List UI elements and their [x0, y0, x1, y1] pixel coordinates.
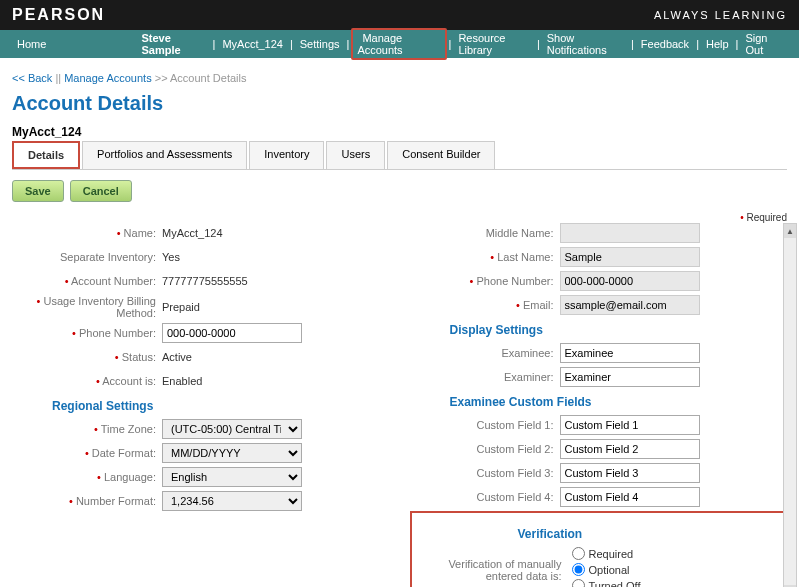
verification-optional[interactable]: Optional — [572, 563, 641, 576]
radio-optional[interactable] — [572, 563, 585, 576]
timezone-select[interactable]: (UTC-05:00) Central Tim — [162, 419, 302, 439]
lastname-input[interactable] — [560, 247, 700, 267]
breadcrumb: << Back || Manage Accounts >> Account De… — [12, 72, 787, 84]
examinee-label: Examinee: — [410, 347, 560, 359]
acct-num-value: 77777775555555 — [162, 275, 248, 287]
cancel-button[interactable]: Cancel — [70, 180, 132, 202]
status-label: Status: — [12, 351, 162, 363]
save-button[interactable]: Save — [12, 180, 64, 202]
tab-inventory[interactable]: Inventory — [249, 141, 324, 169]
cf2-input[interactable] — [560, 439, 700, 459]
verification-radio-group: Required Optional Turned Off — [572, 547, 641, 587]
examiner-label: Examiner: — [410, 371, 560, 383]
nav-help[interactable]: Help — [706, 38, 729, 50]
breadcrumb-back[interactable]: << Back — [12, 72, 52, 84]
radio-turnedoff[interactable] — [572, 579, 585, 587]
nav-resource[interactable]: Resource Library — [458, 32, 529, 56]
email-label: Email: — [410, 299, 560, 311]
lastname-label: Last Name: — [410, 251, 560, 263]
verification-required[interactable]: Required — [572, 547, 641, 560]
sep-inventory-value: Yes — [162, 251, 180, 263]
tab-users[interactable]: Users — [326, 141, 385, 169]
verification-turnedoff[interactable]: Turned Off — [572, 579, 641, 587]
name-value: MyAcct_124 — [162, 227, 223, 239]
examiner-input[interactable] — [560, 367, 700, 387]
regional-settings-header: Regional Settings — [12, 399, 390, 413]
dateformat-label: Date Format: — [12, 447, 162, 459]
breadcrumb-current: Account Details — [170, 72, 246, 84]
name-label: Name: — [12, 227, 162, 239]
language-select[interactable]: English — [162, 467, 302, 487]
right-column: Middle Name: Last Name: Phone Number: Em… — [410, 223, 788, 587]
acct-is-value: Enabled — [162, 375, 202, 387]
action-buttons: Save Cancel — [12, 180, 787, 202]
verification-label: Verification of manually entered data is… — [418, 558, 568, 582]
nav-notifications[interactable]: Show Notifications — [547, 32, 624, 56]
acct-num-label: Account Number: — [12, 275, 162, 287]
phone-label: Phone Number: — [12, 327, 162, 339]
form-area: Name:MyAcct_124 Separate Inventory:Yes A… — [12, 223, 787, 587]
verification-box: Verification Verification of manually en… — [410, 511, 788, 587]
numberformat-label: Number Format: — [12, 495, 162, 507]
tagline: ALWAYS LEARNING — [654, 9, 787, 21]
dateformat-select[interactable]: MM/DD/YYYY — [162, 443, 302, 463]
status-value: Active — [162, 351, 192, 363]
nav-user: Steve Sample — [141, 32, 202, 56]
cf1-input[interactable] — [560, 415, 700, 435]
phone-input[interactable] — [162, 323, 302, 343]
phone2-label: Phone Number: — [410, 275, 560, 287]
numberformat-select[interactable]: 1,234.56 — [162, 491, 302, 511]
custom-fields-header: Examinee Custom Fields — [410, 395, 788, 409]
navbar: Home Steve Sample | MyAcct_124 | Setting… — [0, 30, 799, 58]
tabs: Details Portfolios and Assessments Inven… — [12, 141, 787, 170]
language-label: Language: — [12, 471, 162, 483]
display-settings-header: Display Settings — [410, 323, 788, 337]
nav-feedback[interactable]: Feedback — [641, 38, 689, 50]
scrollbar[interactable]: ▲ ▼ — [783, 223, 797, 587]
required-note: Required — [12, 212, 787, 223]
billing-label: Usage Inventory Billing Method: — [12, 295, 162, 319]
billing-value: Prepaid — [162, 301, 200, 313]
scroll-up-icon[interactable]: ▲ — [784, 224, 796, 238]
breadcrumb-manage[interactable]: Manage Accounts — [64, 72, 151, 84]
left-column: Name:MyAcct_124 Separate Inventory:Yes A… — [12, 223, 390, 587]
breadcrumb-sep: >> — [155, 72, 168, 84]
acct-is-label: Account is: — [12, 375, 162, 387]
nav-settings[interactable]: Settings — [300, 38, 340, 50]
nav-myacct[interactable]: MyAcct_124 — [222, 38, 283, 50]
tab-portfolios[interactable]: Portfolios and Assessments — [82, 141, 247, 169]
phone2-input[interactable] — [560, 271, 700, 291]
timezone-label: Time Zone: — [12, 423, 162, 435]
nav-manage-accounts[interactable]: Manage Accounts — [357, 32, 402, 56]
radio-required[interactable] — [572, 547, 585, 560]
nav-signout[interactable]: Sign Out — [745, 32, 782, 56]
tab-consent[interactable]: Consent Builder — [387, 141, 495, 169]
email-input[interactable] — [560, 295, 700, 315]
topbar: PEARSON ALWAYS LEARNING — [0, 0, 799, 30]
cf4-label: Custom Field 4: — [410, 491, 560, 503]
cf3-input[interactable] — [560, 463, 700, 483]
cf1-label: Custom Field 1: — [410, 419, 560, 431]
tab-details[interactable]: Details — [12, 141, 80, 169]
page-title: Account Details — [12, 92, 787, 115]
cf3-label: Custom Field 3: — [410, 467, 560, 479]
content: << Back || Manage Accounts >> Account De… — [0, 58, 799, 587]
account-name-header: MyAcct_124 — [12, 125, 787, 139]
cf2-label: Custom Field 2: — [410, 443, 560, 455]
middlename-input[interactable] — [560, 223, 700, 243]
middlename-label: Middle Name: — [410, 227, 560, 239]
verification-header: Verification — [418, 527, 780, 541]
nav-home[interactable]: Home — [17, 38, 136, 50]
cf4-input[interactable] — [560, 487, 700, 507]
nav-manage-accounts-highlight: Manage Accounts — [351, 28, 446, 60]
examinee-input[interactable] — [560, 343, 700, 363]
sep-inventory-label: Separate Inventory: — [12, 251, 162, 263]
brand-logo: PEARSON — [12, 6, 105, 24]
